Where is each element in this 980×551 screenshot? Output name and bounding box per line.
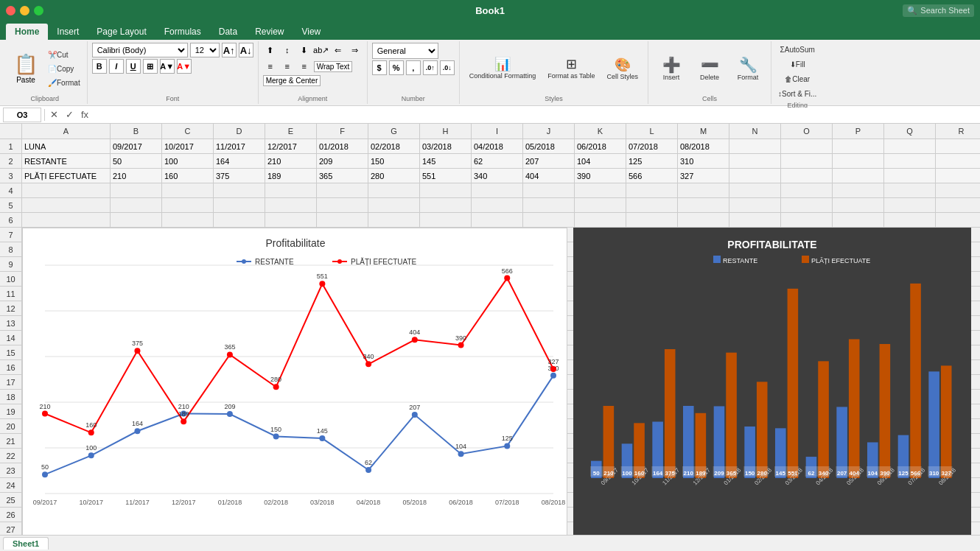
fill-color-button[interactable]: A▼ (160, 59, 175, 74)
cell[interactable] (575, 183, 626, 198)
cell[interactable] (368, 198, 420, 213)
cell[interactable] (22, 198, 111, 213)
tab-insert[interactable]: Insert (48, 24, 88, 40)
cell[interactable] (162, 198, 214, 213)
cell[interactable] (833, 154, 884, 169)
cell[interactable]: 104 (575, 154, 626, 169)
format-painter-button[interactable]: 🖌️ Format (46, 77, 83, 90)
cell[interactable]: 145 (420, 154, 472, 169)
tab-review[interactable]: Review (246, 24, 293, 40)
cell[interactable] (833, 169, 884, 183)
cell[interactable]: 08/2018 (678, 139, 729, 154)
cell[interactable] (884, 198, 936, 213)
clear-button[interactable]: 🗑 Clear (783, 72, 812, 85)
cell[interactable] (420, 198, 472, 213)
cell[interactable]: 10/2017 (162, 139, 214, 154)
align-center-button[interactable]: ≡ (280, 59, 295, 74)
cell[interactable] (626, 213, 678, 228)
border-button[interactable]: ⊞ (143, 59, 158, 74)
cell[interactable] (936, 183, 980, 198)
cell[interactable] (368, 183, 420, 198)
cell[interactable]: 100 (162, 154, 214, 169)
cell[interactable] (472, 183, 523, 198)
maximize-button[interactable] (34, 6, 43, 15)
cell[interactable] (317, 198, 368, 213)
cell[interactable] (729, 169, 781, 183)
cell[interactable] (22, 183, 111, 198)
tab-data[interactable]: Data (210, 24, 246, 40)
cell[interactable]: 07/2018 (626, 139, 678, 154)
cell[interactable] (781, 183, 833, 198)
font-size-select[interactable]: 12 (190, 43, 220, 57)
copy-button[interactable]: 📄 Copy (46, 63, 83, 76)
dec-inc-button[interactable]: .0↑ (423, 60, 438, 75)
cell[interactable]: 327 (678, 169, 729, 183)
cell[interactable] (781, 169, 833, 183)
cell[interactable] (729, 139, 781, 154)
cell[interactable]: 160 (162, 169, 214, 183)
cell[interactable] (781, 154, 833, 169)
align-top-button[interactable]: ⬆ (263, 43, 278, 57)
cell[interactable]: 62 (472, 154, 523, 169)
align-middle-button[interactable]: ↕ (280, 43, 295, 57)
cell[interactable] (781, 198, 833, 213)
cell[interactable] (729, 183, 781, 198)
indent-decrease-button[interactable]: ⇐ (331, 43, 346, 57)
orientation-button[interactable]: ab↗ (314, 43, 329, 57)
cell[interactable] (833, 198, 884, 213)
cell[interactable] (22, 213, 111, 228)
cell[interactable]: 09/2017 (111, 139, 162, 154)
cell[interactable]: 210 (111, 169, 162, 183)
align-right-button[interactable]: ≡ (297, 59, 312, 74)
close-button[interactable] (6, 6, 15, 15)
cell[interactable]: 04/2018 (472, 139, 523, 154)
cell[interactable]: 03/2018 (420, 139, 472, 154)
grid[interactable]: LUNA09/201710/201711/201712/201701/20180… (22, 139, 980, 551)
merge-center-button[interactable]: Merge & Center (263, 75, 321, 86)
cell[interactable] (884, 154, 936, 169)
cell[interactable] (523, 183, 575, 198)
percent-button[interactable]: % (389, 60, 404, 75)
cell[interactable] (111, 213, 162, 228)
cell[interactable]: 209 (317, 154, 368, 169)
bold-button[interactable]: B (92, 59, 107, 74)
cell[interactable] (884, 183, 936, 198)
cell[interactable] (420, 183, 472, 198)
cell[interactable] (729, 198, 781, 213)
cell[interactable]: 566 (626, 169, 678, 183)
cell[interactable] (162, 213, 214, 228)
align-bottom-button[interactable]: ⬇ (297, 43, 312, 57)
cell[interactable] (729, 213, 781, 228)
font-family-select[interactable]: Calibri (Body) (92, 43, 188, 57)
cell[interactable] (111, 183, 162, 198)
cell[interactable] (936, 213, 980, 228)
paste-button[interactable]: 📋 Paste (7, 48, 44, 89)
cell[interactable] (420, 213, 472, 228)
minimize-button[interactable] (20, 6, 29, 15)
cell[interactable] (884, 169, 936, 183)
confirm-formula-button[interactable]: ✓ (63, 109, 76, 120)
cell[interactable] (678, 198, 729, 213)
cell[interactable]: 365 (317, 169, 368, 183)
cell[interactable] (111, 198, 162, 213)
cell[interactable]: 150 (368, 154, 420, 169)
cell[interactable] (317, 183, 368, 198)
cell[interactable] (936, 139, 980, 154)
fill-button[interactable]: ⬇ Fill (788, 57, 808, 71)
cell[interactable] (936, 198, 980, 213)
cell[interactable] (936, 154, 980, 169)
cell[interactable]: 404 (523, 169, 575, 183)
sheet-tab-1[interactable]: Sheet1 (3, 537, 49, 550)
autosum-button[interactable]: Σ AutoSum (778, 43, 817, 56)
insert-function-button[interactable]: fx (79, 109, 91, 120)
currency-button[interactable]: $ (372, 60, 387, 75)
cell[interactable] (214, 198, 265, 213)
cell[interactable]: 390 (575, 169, 626, 183)
conditional-formatting-button[interactable]: 📊 Conditional Formatting (464, 46, 542, 91)
cell[interactable] (833, 139, 884, 154)
cell[interactable] (781, 139, 833, 154)
cell[interactable] (781, 213, 833, 228)
tab-home[interactable]: Home (6, 24, 48, 40)
cut-button[interactable]: ✂️ Cut (46, 49, 83, 62)
cell[interactable] (265, 183, 317, 198)
